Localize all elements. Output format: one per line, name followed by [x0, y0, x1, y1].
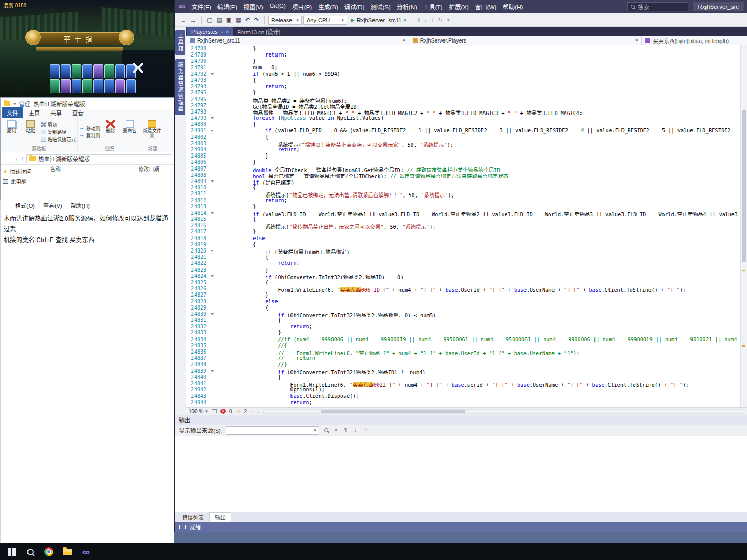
find-messages-icon[interactable]	[322, 426, 330, 434]
inventory-card[interactable]	[104, 79, 114, 93]
notepad-text-area[interactable]: 木而洪讲解热血江湖2.0服务源码，如何修改可以达到龙猫通过丢机接的类名 Ctrl…	[1, 211, 174, 248]
code-line[interactable]: 24835 //{	[186, 343, 740, 349]
start-debugging-button[interactable]: ▶ RxjhServer_src11 ▾	[349, 17, 408, 23]
code-line[interactable]: 24820 if (装备栏包裹[num6].物品绑定)	[186, 248, 740, 254]
horizontal-scrollbar[interactable]	[263, 409, 744, 414]
notepad-menu-item[interactable]: 格式(O)	[15, 201, 35, 209]
menu-item[interactable]: 生成(B)	[315, 3, 341, 11]
error-count[interactable]: 0	[229, 409, 232, 414]
ribbon-paste-button[interactable]: 粘贴	[21, 119, 40, 145]
document-tab[interactable]: Players.cs◦×	[187, 27, 233, 36]
menu-item[interactable]: 分析(N)	[394, 3, 420, 11]
taskbar-chrome-button[interactable]	[39, 543, 58, 560]
ribbon-move-to-button[interactable]: 移动到	[79, 125, 100, 132]
panel-tab[interactable]: 输出	[209, 512, 231, 522]
side-tool-tab[interactable]: 工具箱	[175, 30, 185, 55]
restart-icon[interactable]: ↻	[436, 16, 444, 24]
sidebar-item-quick-access[interactable]: ★快速访问	[1, 166, 46, 176]
step-out-icon[interactable]: ↑	[430, 16, 436, 24]
vs-search-box[interactable]: 搜索	[627, 2, 688, 11]
split-view-icon[interactable]	[212, 409, 217, 413]
output-source-dropdown[interactable]: ▾	[226, 426, 319, 435]
quick-access-caret-icon[interactable]: ▾	[13, 101, 16, 106]
code-line[interactable]: 24813 }	[186, 204, 740, 210]
code-line[interactable]: 24814 if (value3.FLD_ID == World.禁止卖物品1 …	[186, 210, 740, 216]
code-line[interactable]: 24844 return;	[186, 400, 740, 406]
code-line[interactable]: 24796 物品类 物品类2 = 装备栏包裹[num6];	[186, 96, 740, 103]
code-line[interactable]: 24827 }	[186, 292, 740, 298]
vertical-scrollbar[interactable]	[740, 45, 747, 407]
notepad-menu-item[interactable]: 查看(V)	[43, 201, 62, 209]
ribbon-delete-button[interactable]: 删除	[101, 119, 120, 145]
menu-item[interactable]: 项目(P)	[289, 3, 315, 11]
fold-chevron-icon[interactable]	[209, 273, 215, 279]
code-line[interactable]: 24828 else	[186, 299, 740, 305]
ribbon-tab-item[interactable]: 查看	[67, 107, 89, 118]
save-all-icon[interactable]: ▦	[234, 16, 242, 24]
inventory-card[interactable]	[82, 79, 92, 93]
warning-count[interactable]: 2	[244, 409, 247, 414]
code-line[interactable]: 24830 if (ObjConverter.ToInt32(物品类2.物品数量…	[186, 311, 740, 317]
taskbar-explorer-button[interactable]	[58, 543, 77, 560]
code-line[interactable]: 24798 物品属性 = 物品类3.FLD_MAGIC1 + " " + 物品类…	[186, 109, 740, 115]
inventory-card[interactable]	[126, 79, 136, 93]
taskbar-search-button[interactable]	[21, 543, 39, 560]
code-line[interactable]: 24837 // return	[186, 355, 740, 361]
ribbon-tab-item[interactable]: 共享	[45, 107, 67, 118]
code-line[interactable]: 24826 Form1.WriteLine(6, "买卖东西006 ID [" …	[186, 286, 740, 292]
taskbar-visual-studio-button[interactable]: ∞	[77, 543, 95, 560]
fold-chevron-icon[interactable]	[209, 248, 215, 254]
fold-chevron-icon[interactable]	[209, 311, 215, 317]
code-line[interactable]: 24839 if (ObjConverter.ToInt32(物品类2.物品ID…	[186, 368, 740, 374]
code-line[interactable]: 24823 }	[186, 267, 740, 273]
ribbon-copy-path-button[interactable]: 复制路径	[41, 129, 76, 135]
game-close-x-icon[interactable]	[131, 61, 144, 75]
code-line[interactable]: 24834 //if (num4 == 9990006 || num4 == 9…	[186, 337, 740, 343]
more-tools-icon[interactable]: ▾	[446, 16, 452, 24]
inventory-card[interactable]	[61, 64, 71, 78]
code-line[interactable]: 24799 foreach (NpcClass value in NpcList…	[186, 115, 740, 121]
menu-item[interactable]: 帮助(H)	[500, 3, 526, 11]
ribbon-tab-item[interactable]: 主页	[23, 107, 45, 118]
ribbon-copy-button[interactable]: 复制	[2, 119, 21, 145]
nav-forward-icon[interactable]: →	[189, 17, 198, 24]
ribbon-rename-button[interactable]: 重命名	[120, 119, 139, 145]
code-line[interactable]: 24802 {	[186, 134, 740, 141]
code-line[interactable]: 24836 // Form1.WriteLine(6, "禁止物品 [" + n…	[186, 349, 740, 355]
menu-item[interactable]: 调试(D)	[341, 3, 368, 11]
next-issue-icon[interactable]: ↓	[257, 409, 259, 414]
notepad-menu-item[interactable]: 帮助(H)	[71, 201, 90, 209]
code-line[interactable]: 24805 }	[186, 153, 740, 159]
code-line[interactable]: 24824 if (ObjConverter.ToInt32(物品类2.物品ID…	[186, 273, 740, 279]
output-content[interactable]	[175, 436, 747, 512]
menu-item[interactable]: 视图(V)	[240, 3, 266, 11]
code-line[interactable]: 24822 return;	[186, 260, 740, 267]
save-icon[interactable]: ▣	[225, 16, 233, 24]
breadcrumb-item[interactable]: RxjhServer_src11▾	[186, 36, 409, 45]
code-line[interactable]: 24809 if (是否已绑定)	[186, 178, 740, 185]
step-into-icon[interactable]: ↓	[422, 16, 428, 24]
inventory-card[interactable]	[115, 79, 125, 93]
code-line[interactable]: 24825 {	[186, 279, 740, 286]
open-file-icon[interactable]: ▤	[215, 16, 223, 24]
inventory-card[interactable]	[82, 64, 92, 78]
inventory-card[interactable]	[93, 64, 103, 78]
inventory-card[interactable]	[61, 79, 71, 93]
fold-chevron-icon[interactable]	[209, 115, 215, 121]
fold-chevron-icon[interactable]	[209, 210, 215, 216]
configuration-dropdown[interactable]: Release ▾	[268, 16, 302, 25]
code-line[interactable]: 24829 {	[186, 305, 740, 311]
menu-item[interactable]: 扩展(X)	[446, 3, 472, 11]
code-line[interactable]: 24833 }	[186, 330, 740, 336]
ribbon-copy-to-button[interactable]: 复制到	[79, 132, 100, 139]
inventory-card[interactable]	[50, 64, 60, 78]
code-line[interactable]: 24838 //}	[186, 361, 740, 368]
taskbar-start-button[interactable]	[2, 543, 21, 560]
new-file-icon[interactable]: ▢	[205, 16, 214, 24]
code-line[interactable]: 24800 {	[186, 121, 740, 128]
output-panel-header[interactable]: 输出	[175, 415, 747, 425]
code-line[interactable]: 24816 系统提示("秘传物品禁止出售，玩家之间可以交易", 50, "系统提…	[186, 222, 740, 229]
menu-item[interactable]: 测试(S)	[367, 3, 393, 11]
forward-icon[interactable]: →	[12, 155, 18, 162]
code-line[interactable]: 24793 {	[186, 77, 740, 83]
